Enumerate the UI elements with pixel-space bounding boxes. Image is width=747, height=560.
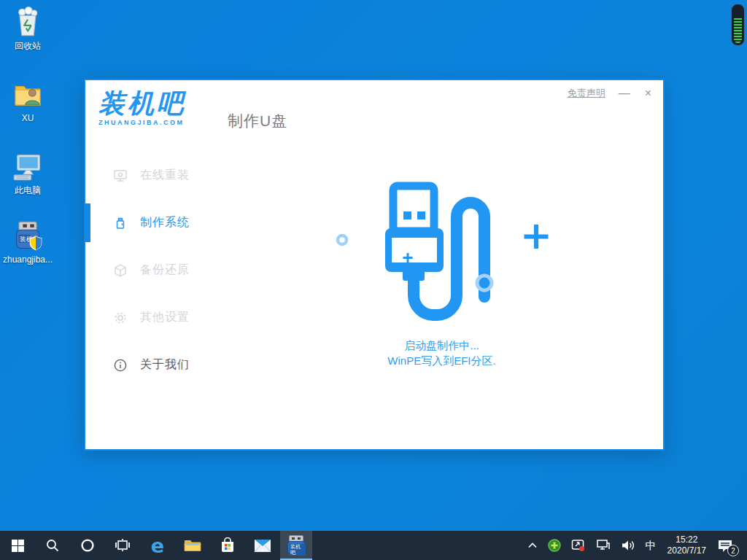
mail-icon xyxy=(254,539,271,553)
input-method-indicator[interactable]: 中 xyxy=(640,531,662,560)
desktop-icon-zhuangjiba[interactable]: 装机 zhuangjiba... xyxy=(0,220,58,265)
mail-button[interactable] xyxy=(245,531,280,560)
search-button[interactable] xyxy=(35,531,70,560)
status-line-2: WinPE写入到EFI分区. xyxy=(387,353,495,368)
plus-decoration xyxy=(524,225,548,249)
sidebar: 在线重装 制作系统 备份还原 xyxy=(85,144,220,449)
usb-making-illustration xyxy=(325,173,559,333)
settings-gear-icon xyxy=(113,311,128,325)
start-button[interactable] xyxy=(0,531,35,560)
sidebar-item-other-settings[interactable]: 其他设置 xyxy=(85,294,220,341)
task-view-button[interactable] xyxy=(105,531,140,560)
windows-logo-icon xyxy=(12,540,24,552)
main-content: 启动盘制作中... WinPE写入到EFI分区. xyxy=(220,144,663,449)
status-line-1: 启动盘制作中... xyxy=(387,338,495,353)
zhuangjiba-window: 装机吧 ZHUANGJIBA.COM 制作U盘 免责声明 — × 在线重装 xyxy=(84,79,665,451)
edge-icon: e xyxy=(151,534,164,557)
window-header: 装机吧 ZHUANGJIBA.COM 制作U盘 免责声明 — × xyxy=(85,80,663,144)
edge-button[interactable]: e xyxy=(140,531,175,560)
page-title: 制作U盘 xyxy=(228,111,287,131)
chevron-up-icon xyxy=(527,542,538,549)
taskbar-clock[interactable]: 15:22 2020/7/17 xyxy=(662,534,712,556)
notification-badge: 2 xyxy=(727,545,739,556)
dot-decoration xyxy=(338,236,347,244)
clock-time: 15:22 xyxy=(667,534,706,545)
app-logo: 装机吧 ZHUANGJIBA.COM xyxy=(98,90,186,126)
task-view-icon xyxy=(115,538,130,553)
sidebar-item-about-us[interactable]: 关于我们 xyxy=(85,341,220,389)
tray-volume-button[interactable] xyxy=(616,531,640,560)
desktop-icon-label: XU xyxy=(22,113,34,123)
logo-subtext: ZHUANGJIBA.COM xyxy=(98,120,186,126)
sidebar-item-label: 其他设置 xyxy=(140,310,190,325)
user-folder-icon xyxy=(12,79,44,111)
zhuangjiba-taskbar-icon-label: 装机吧 xyxy=(290,544,306,556)
backup-box-icon xyxy=(113,263,128,278)
search-icon xyxy=(45,538,60,553)
network-ethernet-icon xyxy=(596,539,611,552)
info-icon xyxy=(113,358,128,373)
progress-gauge-fill xyxy=(734,18,742,43)
disclaimer-link[interactable]: 免责声明 xyxy=(568,87,605,100)
minimize-button[interactable]: — xyxy=(617,86,632,101)
store-icon xyxy=(220,537,236,553)
monitor-reinstall-icon xyxy=(113,168,128,183)
antivirus-shield-icon xyxy=(548,539,561,552)
taskbar-app-zhuangjiba[interactable]: 装机吧 xyxy=(280,531,312,560)
zhuangjiba-usb-icon: 装机 xyxy=(12,220,44,252)
microsoft-store-button[interactable] xyxy=(210,531,245,560)
sidebar-item-make-system[interactable]: 制作系统 xyxy=(85,199,220,246)
action-center-button[interactable]: 2 xyxy=(712,531,743,560)
taskbar: e xyxy=(0,531,747,560)
desktop-icon-user-folder[interactable]: XU xyxy=(0,79,58,123)
zhuangjiba-taskbar-icon: 装机吧 xyxy=(287,534,306,555)
desktop-icon-label: 回收站 xyxy=(15,40,41,52)
clock-date: 2020/7/17 xyxy=(667,545,706,556)
sidebar-item-backup-restore[interactable]: 备份还原 xyxy=(85,246,220,294)
sidebar-item-label: 备份还原 xyxy=(140,262,190,278)
sidebar-item-label: 关于我们 xyxy=(140,357,190,373)
screen-capture-icon xyxy=(571,538,586,553)
this-pc-icon xyxy=(12,150,44,182)
tray-chevron-button[interactable] xyxy=(522,531,543,560)
logo-text: 装机吧 xyxy=(98,90,186,117)
desktop-icon-label: zhuangjiba... xyxy=(3,254,53,265)
desktop-icon-recycle-bin[interactable]: 回收站 xyxy=(0,6,58,52)
tray-antivirus-button[interactable] xyxy=(543,531,566,560)
usb-connector xyxy=(393,186,434,231)
desktop-icon-this-pc[interactable]: 此电脑 xyxy=(0,150,58,197)
usb-stick-icon xyxy=(113,216,128,230)
file-explorer-button[interactable] xyxy=(175,531,210,560)
cortana-icon xyxy=(80,538,95,553)
file-explorer-icon xyxy=(184,538,201,553)
desktop-icon-label: 此电脑 xyxy=(15,184,41,197)
progress-gauge xyxy=(731,4,745,46)
tray-screen-capture-button[interactable] xyxy=(566,531,591,560)
close-button[interactable]: × xyxy=(643,86,653,101)
recycle-bin-icon xyxy=(12,6,44,38)
sidebar-item-label: 在线重装 xyxy=(140,168,190,183)
volume-icon xyxy=(621,539,635,552)
cortana-button[interactable] xyxy=(70,531,105,560)
sidebar-item-label: 制作系统 xyxy=(140,215,190,230)
tray-network-button[interactable] xyxy=(591,531,616,560)
sidebar-item-online-reinstall[interactable]: 在线重装 xyxy=(85,152,220,199)
